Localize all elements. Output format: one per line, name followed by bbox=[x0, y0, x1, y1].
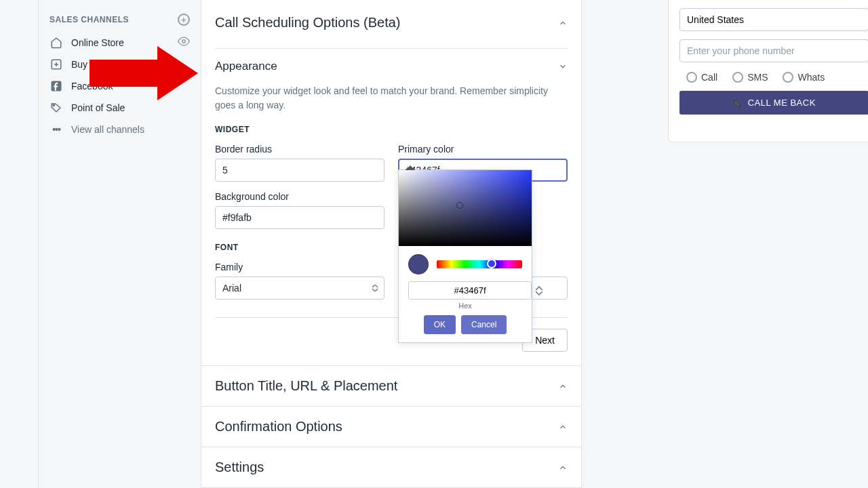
saturation-value-panel[interactable] bbox=[399, 170, 532, 246]
sidebar-item-view-all[interactable]: ••• View all channels bbox=[47, 119, 193, 140]
radio-label: Whats bbox=[797, 72, 825, 83]
sidebar: SALES CHANNELS + Online Store Buy Button… bbox=[38, 0, 201, 488]
appearance-description: Customize your widget look and feel to m… bbox=[215, 84, 568, 113]
sidebar-item-pos[interactable]: Point of Sale bbox=[47, 97, 193, 119]
preview-radio-whats[interactable]: Whats bbox=[783, 72, 825, 83]
chevron-up-icon bbox=[558, 422, 568, 432]
sidebar-item-label: Buy Button bbox=[71, 59, 190, 70]
preview-radio-call[interactable]: Call bbox=[686, 72, 717, 83]
eye-icon[interactable] bbox=[178, 35, 190, 49]
color-picker: Hex OK Cancel bbox=[398, 169, 532, 343]
hue-slider[interactable] bbox=[437, 260, 522, 268]
sidebar-item-buy-button[interactable]: Buy Button bbox=[47, 54, 193, 75]
preview-cta-button[interactable]: 📞 CALL ME BACK bbox=[679, 91, 868, 115]
section-title: Button Title, URL & Placement bbox=[215, 378, 397, 394]
color-swatch bbox=[408, 254, 429, 274]
preview-contact-options: Call SMS Whats bbox=[686, 72, 868, 83]
chevron-down-icon bbox=[558, 62, 568, 71]
chevron-up-icon bbox=[558, 18, 568, 28]
sidebar-item-online-store[interactable]: Online Store bbox=[47, 31, 193, 54]
sidebar-item-label: View all channels bbox=[71, 124, 190, 135]
section-button-title[interactable]: Button Title, URL & Placement bbox=[201, 365, 581, 406]
preview-country-select[interactable] bbox=[679, 8, 868, 31]
preview-phone-input[interactable] bbox=[679, 39, 868, 62]
sidebar-item-label: Facebook bbox=[71, 81, 190, 92]
section-appearance: Appearance Customize your widget look an… bbox=[201, 48, 581, 365]
sidebar-item-label: Point of Sale bbox=[71, 102, 190, 113]
hex-label: Hex bbox=[399, 300, 532, 315]
background-color-label: Background color bbox=[215, 191, 384, 202]
picker-arrow bbox=[406, 165, 415, 170]
chevron-up-icon bbox=[558, 463, 568, 472]
radio-icon bbox=[732, 72, 743, 83]
section-confirmation[interactable]: Confirmation Options bbox=[201, 406, 581, 447]
widget-preview: Call SMS Whats 📞 CALL ME BACK bbox=[668, 0, 868, 142]
svg-point-0 bbox=[182, 40, 186, 43]
font-family-select[interactable] bbox=[215, 277, 384, 300]
select-caret-icon bbox=[372, 285, 378, 291]
format-stepper[interactable] bbox=[536, 286, 542, 296]
radio-icon bbox=[686, 72, 697, 83]
font-family-label: Family bbox=[215, 262, 384, 272]
plus-square-icon bbox=[50, 58, 63, 71]
add-channel-icon[interactable]: + bbox=[178, 14, 190, 26]
main-panel: Call Scheduling Options (Beta) Appearanc… bbox=[201, 0, 582, 488]
picker-cancel-button[interactable]: Cancel bbox=[461, 315, 507, 334]
picker-ok-button[interactable]: OK bbox=[424, 315, 456, 334]
tag-icon bbox=[50, 101, 63, 115]
phone-icon: 📞 bbox=[732, 98, 744, 108]
section-title: Confirmation Options bbox=[215, 419, 342, 434]
facebook-icon bbox=[50, 79, 63, 93]
cta-label: CALL ME BACK bbox=[748, 98, 816, 108]
section-title: Settings bbox=[215, 460, 264, 475]
hex-input[interactable] bbox=[408, 281, 532, 300]
svg-point-3 bbox=[53, 104, 54, 106]
section-call-scheduling[interactable]: Call Scheduling Options (Beta) bbox=[201, 0, 581, 43]
sidebar-item-label: Online Store bbox=[71, 37, 170, 48]
section-settings[interactable]: Settings bbox=[201, 447, 581, 487]
section-title: Call Scheduling Options (Beta) bbox=[215, 15, 400, 30]
radio-label: Call bbox=[701, 72, 717, 83]
more-icon: ••• bbox=[50, 123, 63, 136]
widget-group-label: WIDGET bbox=[215, 125, 568, 134]
sidebar-item-facebook[interactable]: Facebook bbox=[47, 75, 193, 97]
border-radius-label: Border radius bbox=[215, 144, 384, 155]
preview-radio-sms[interactable]: SMS bbox=[732, 72, 768, 83]
sidebar-header: SALES CHANNELS + bbox=[47, 14, 193, 31]
sv-cursor[interactable] bbox=[456, 202, 463, 209]
hue-cursor[interactable] bbox=[487, 259, 496, 268]
background-color-input[interactable] bbox=[215, 206, 384, 229]
home-icon bbox=[50, 36, 63, 49]
primary-color-label: Primary color bbox=[398, 144, 568, 155]
radio-label: SMS bbox=[747, 72, 768, 83]
appearance-title: Appearance bbox=[215, 60, 277, 73]
sidebar-title: SALES CHANNELS bbox=[50, 15, 129, 24]
radio-icon bbox=[783, 72, 793, 83]
border-radius-input[interactable] bbox=[215, 159, 384, 182]
chevron-up-icon bbox=[558, 382, 568, 391]
appearance-header[interactable]: Appearance bbox=[215, 48, 568, 77]
